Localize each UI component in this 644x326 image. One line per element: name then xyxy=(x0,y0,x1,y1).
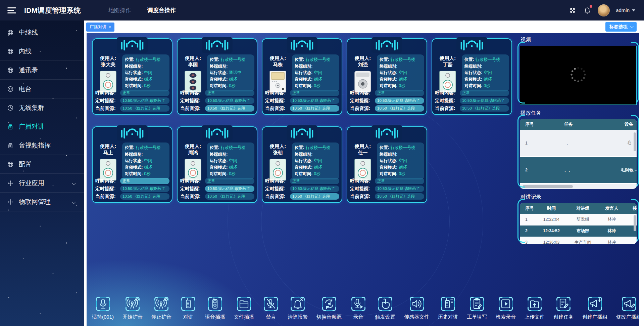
table-row[interactable]: 1、毛 xyxy=(520,130,637,157)
sidebar-item-radio-station[interactable]: 电台 xyxy=(0,80,84,98)
speaker-waves-button[interactable]: 传感器文件 xyxy=(404,296,429,323)
call-value: 正常 xyxy=(205,90,254,96)
megaphone-edit-button[interactable]: 修改广播组 xyxy=(616,296,639,323)
info-label: 终端组别: xyxy=(380,151,397,158)
sidebar-item-label: 内线 xyxy=(19,47,32,56)
avatar[interactable] xyxy=(598,4,610,16)
info-label: 运行状态: xyxy=(125,70,143,76)
hand-button[interactable]: 触发设置 xyxy=(375,296,395,323)
mic-button[interactable]: 话筒(001) xyxy=(92,296,114,323)
right-edge-strip xyxy=(639,21,644,326)
sidebar-item-trunk-line[interactable]: 中继线 xyxy=(0,23,84,42)
column-header: 序号 xyxy=(520,119,540,130)
megaphone-plus-button[interactable]: 创建广播组 xyxy=(582,296,607,323)
nav-dispatch-console[interactable]: 调度台操作 xyxy=(147,6,176,14)
bottom-label: 定时提醒: xyxy=(435,98,460,104)
info-label: 终端组别: xyxy=(295,63,312,70)
jar-icon xyxy=(7,142,14,149)
info-label: 运行状态: xyxy=(210,158,228,164)
info-label: 音频模式: xyxy=(380,76,397,83)
device-card[interactable]: 使用人: 马栋 位置:行政楼一号楼终端组别:运行状态:空闲音频模式:循环对讲时间… xyxy=(262,38,342,115)
broadcast-start-button[interactable]: 开始扩音 xyxy=(122,296,143,323)
sidebar-item-broadcast-intercom[interactable]: 广播对讲 xyxy=(0,117,84,136)
tab-bar: 广播对讲 × 标签选项 xyxy=(84,21,644,33)
cycle-button[interactable]: 切换音频源 xyxy=(316,296,342,323)
mute-button[interactable]: 禁言 xyxy=(263,296,279,323)
tool-label: 上传文件 xyxy=(525,314,545,320)
table-row[interactable]: 312:36:03生产车间林冲 xyxy=(520,237,637,244)
info-label: 运行状态: xyxy=(464,70,482,76)
sidebar-item-av-command[interactable]: 音视频指挥 xyxy=(0,136,84,155)
folder-icon xyxy=(236,296,252,312)
call-value: 正常 xyxy=(290,178,339,184)
info-label: 运行状态: xyxy=(295,158,312,164)
sidebar-item-wireless-cluster[interactable]: 无线集群 xyxy=(0,98,84,117)
device-card[interactable]: 使用人: 周鸿 位置:行政楼一号楼终端组别:运行状态:空闲音频模式:循环对讲时间… xyxy=(177,126,257,203)
cell-task: 、 xyxy=(540,130,597,157)
user-name: 马栋 xyxy=(265,62,291,68)
video-player[interactable] xyxy=(520,46,637,105)
bottom-label: 呼叫内容: xyxy=(350,90,375,96)
bottom-label: 定时提醒: xyxy=(95,186,120,192)
info-value: 循环 xyxy=(229,76,237,83)
talk-records-section: 对讲记录 序号时间对讲组发言人接收人112:32:04研发组林冲212:34:5… xyxy=(520,194,637,244)
source-value: 10:50 《红灯记》选段 xyxy=(205,105,254,112)
speaker-waves-icon xyxy=(409,296,425,312)
device-card[interactable]: 使用人: 李国 位置:行政楼一号楼终端组别:运行状态:通话中音频模式:循环对讲时… xyxy=(177,38,257,115)
sidebar-item-industry-apps[interactable]: 行业应用 xyxy=(0,174,84,193)
table-row[interactable]: 112:32:04研发组林冲 xyxy=(520,214,637,225)
terminal-info-box: 位置:行政楼一号楼终端组别:运行状态:空闲音频模式:循环对讲时间:0秒 xyxy=(122,54,169,91)
fullscreen-icon[interactable] xyxy=(568,6,577,15)
cell-no: 1 xyxy=(520,130,540,157)
radio-button[interactable]: 语音插播 xyxy=(205,296,225,323)
info-label: 终端组别: xyxy=(125,151,143,158)
device-card[interactable]: 使用人: 丁磊 位置:行政楼一号楼终端组别:运行状态:空闲音频模式:循环对讲时间… xyxy=(432,38,512,115)
device-card[interactable]: 使用人: 马上 位置:行政楼一号楼终端组别:运行状态:空闲音频模式:循环对讲时间… xyxy=(92,126,172,203)
device-card[interactable]: 使用人: 任一 位置:行政楼一号楼终端组别:运行状态:空闲音频模式:循环对讲时间… xyxy=(347,126,427,203)
menu-toggle-icon[interactable] xyxy=(7,7,16,13)
device-card[interactable]: 使用人: 刘强 位置:行政楼一号楼终端组别:运行状态:空闲音频模式:循环对讲时间… xyxy=(347,38,427,115)
sidebar-item-contacts[interactable]: 通讯录 xyxy=(0,61,84,80)
nav-map-operations[interactable]: 地图操作 xyxy=(108,6,131,14)
info-label: 运行状态: xyxy=(125,158,143,164)
workorder-button[interactable]: 工单填写 xyxy=(467,296,487,323)
vertical-scrollbar[interactable] xyxy=(634,132,636,151)
user-name: 马上 xyxy=(95,150,121,156)
device-card[interactable]: 使用人: 张朝 位置:行政楼一号楼终端组别:运行状态:空闲音频模式:循环对讲时间… xyxy=(262,126,342,203)
bottom-label: 定时提醒: xyxy=(350,98,375,104)
topbar: IDM调度管理系统 地图操作 调度台操作 admin xyxy=(0,0,644,21)
notifications-icon[interactable] xyxy=(583,6,592,15)
terminal-info-box: 位置:行政楼一号楼终端组别:运行状态:空闲音频模式:循环对讲时间:0秒 xyxy=(207,142,254,179)
sidebar-item-config[interactable]: 配置 xyxy=(0,155,84,174)
tab-broadcast-intercom[interactable]: 广播对讲 × xyxy=(86,23,114,32)
user-name: 丁磊 xyxy=(435,62,460,68)
smile-icon xyxy=(7,85,14,93)
tag-options-button[interactable]: 标签选项 xyxy=(605,22,637,32)
sidebar-item-iot-management[interactable]: 物联网管理 xyxy=(0,193,84,211)
vertical-scrollbar[interactable] xyxy=(634,215,636,231)
history-button[interactable]: 历史对讲 xyxy=(438,296,458,323)
device-card[interactable]: 使用人: 张大美 位置:行政楼一号楼终端组别:运行状态:空闲音频模式:循环对讲时… xyxy=(92,38,172,115)
info-value: 空闲 xyxy=(144,70,152,76)
user-menu[interactable]: admin xyxy=(616,7,635,13)
folder-button[interactable]: 文件插播 xyxy=(234,296,254,323)
cell-time: 12:34:52 xyxy=(536,225,567,237)
user-label: 使用人: xyxy=(265,143,291,150)
horizontal-scrollbar[interactable] xyxy=(523,185,573,188)
search-record-button[interactable]: 检索录音 xyxy=(496,296,516,323)
history-icon xyxy=(440,296,456,312)
dispatch-content: 使用人: 张大美 位置:行政楼一号楼终端组别:运行状态:空闲音频模式:循环对讲时… xyxy=(87,33,639,326)
walkie-button[interactable]: 对讲 xyxy=(180,296,196,323)
broadcast-stop-button[interactable]: 停止扩音 xyxy=(151,296,171,323)
info-label: 音频模式: xyxy=(295,164,312,171)
tool-label: 创建任务 xyxy=(553,314,574,320)
table-row[interactable]: 212:34:52市场部林冲 xyxy=(520,225,637,237)
bell-clear-button[interactable]: 清除报警 xyxy=(288,296,308,323)
tab-close-icon[interactable]: × xyxy=(109,25,111,30)
create-task-button[interactable]: 创建任务 xyxy=(553,296,574,323)
info-label: 位置: xyxy=(125,145,135,151)
table-row[interactable]: 2、、毛阿敏 – xyxy=(520,157,637,184)
sidebar-item-inner-line[interactable]: 内线 xyxy=(0,42,84,61)
record-button[interactable]: 录音 xyxy=(350,296,366,323)
upload-button[interactable]: 上传文件 xyxy=(525,296,545,323)
